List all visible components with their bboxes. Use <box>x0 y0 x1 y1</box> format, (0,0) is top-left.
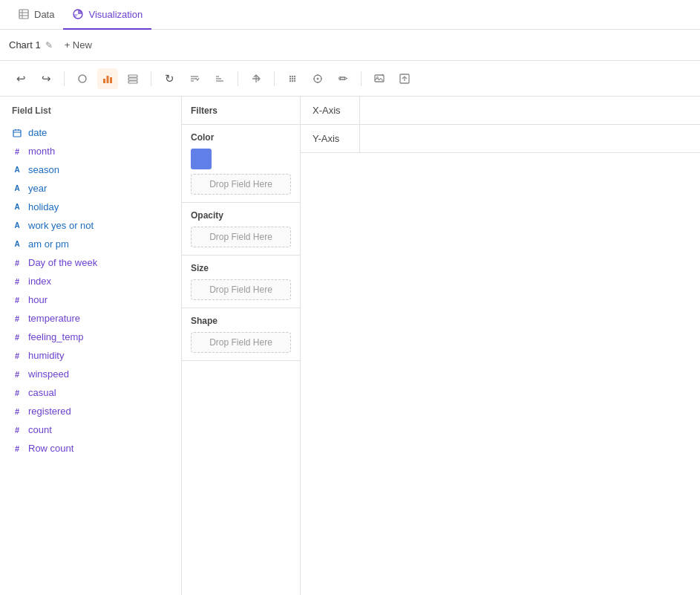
toolbar-divider-1 <box>64 71 65 86</box>
shape-drop-zone[interactable]: Drop Field Here <box>191 332 291 353</box>
tab-data[interactable]: Data <box>9 0 63 30</box>
field-item-humidity[interactable]: # humidity <box>0 346 181 365</box>
svg-point-25 <box>292 79 293 81</box>
field-name-work-yes-no: work yes or not <box>28 220 94 231</box>
field-item-day-of-week[interactable]: # Day of the week <box>0 253 181 272</box>
chart-edit-icon[interactable]: ✎ <box>45 40 53 51</box>
sort-desc-button[interactable] <box>209 68 230 89</box>
field-name-day-of-week: Day of the week <box>28 257 97 268</box>
field-item-registered[interactable]: # registered <box>0 402 181 420</box>
chart-tab-1[interactable]: Chart 1 ✎ <box>9 39 53 51</box>
main-content: Field List date # month A season A year … <box>0 97 700 595</box>
field-name-hour: hour <box>28 294 48 305</box>
x-axis-label: X-Axis <box>301 97 360 124</box>
tab-data-label: Data <box>34 9 54 20</box>
field-item-casual[interactable]: # casual <box>0 383 181 402</box>
svg-rect-10 <box>128 78 137 80</box>
shape-label: Shape <box>191 316 291 326</box>
grid-button[interactable] <box>282 68 303 89</box>
middle-panel: Filters Color Drop Field Here Opacity Dr… <box>182 97 301 595</box>
toolbar-divider-5 <box>361 71 362 86</box>
year-type-icon: A <box>12 184 22 192</box>
field-item-month[interactable]: # month <box>0 142 181 160</box>
field-item-season[interactable]: A season <box>0 160 181 179</box>
field-item-index[interactable]: # index <box>0 272 181 290</box>
field-item-feeling-temp[interactable]: # feeling_temp <box>0 328 181 346</box>
field-name-year: year <box>28 183 47 194</box>
filters-header: Filters <box>182 97 300 125</box>
table-icon <box>18 8 30 20</box>
svg-point-21 <box>290 77 291 79</box>
season-type-icon: A <box>12 166 22 174</box>
field-item-row-count[interactable]: # Row count <box>0 439 181 458</box>
field-name-registered: registered <box>28 406 71 417</box>
svg-point-19 <box>292 75 293 77</box>
field-item-winspeed[interactable]: # winspeed <box>0 365 181 383</box>
refresh-button[interactable]: ↻ <box>159 68 180 89</box>
svg-point-22 <box>292 77 293 79</box>
axes-panel: X-Axis Y-Axis <box>301 97 700 595</box>
svg-rect-9 <box>128 75 137 77</box>
mark-layers-button[interactable] <box>122 68 143 89</box>
field-item-hour[interactable]: # hour <box>0 290 181 309</box>
field-name-am-or-pm: am or pm <box>28 238 69 250</box>
y-axis-label: Y-Axis <box>301 125 360 152</box>
svg-point-23 <box>294 77 295 79</box>
tab-visualization[interactable]: Visualization <box>63 0 151 30</box>
humidity-type-icon: # <box>12 351 22 360</box>
am-pm-type-icon: A <box>12 240 22 248</box>
field-item-work-yes-no[interactable]: A work yes or not <box>0 216 181 235</box>
export-button[interactable] <box>394 68 415 89</box>
toolbar-divider-2 <box>151 71 151 86</box>
svg-point-5 <box>79 75 86 82</box>
size-section: Size Drop Field Here <box>182 256 300 308</box>
date-type-icon <box>12 129 22 137</box>
field-list-panel: Field List date # month A season A year … <box>0 97 182 595</box>
svg-point-18 <box>290 75 291 77</box>
svg-point-20 <box>294 75 295 77</box>
pen-button[interactable]: ✏ <box>333 68 353 89</box>
sort-asc-button[interactable] <box>184 68 205 89</box>
svg-rect-6 <box>103 79 105 83</box>
registered-type-icon: # <box>12 407 22 416</box>
svg-rect-0 <box>19 10 28 19</box>
feeling-temp-type-icon: # <box>12 333 22 342</box>
chart-bar: Chart 1 ✎ + New <box>0 30 700 61</box>
field-item-holiday[interactable]: A holiday <box>0 198 181 216</box>
mark-bar-button[interactable] <box>97 68 118 89</box>
casual-type-icon: # <box>12 388 22 397</box>
field-item-date[interactable]: date <box>0 123 181 142</box>
holiday-type-icon: A <box>12 203 22 211</box>
color-section: Color Drop Field Here <box>182 125 300 203</box>
color-drop-zone[interactable]: Drop Field Here <box>191 174 291 195</box>
undo-button[interactable]: ↩ <box>10 68 31 89</box>
field-item-count[interactable]: # count <box>0 420 181 439</box>
temperature-type-icon: # <box>12 314 22 323</box>
field-name-winspeed: winspeed <box>28 368 69 380</box>
field-item-am-or-pm[interactable]: A am or pm <box>0 235 181 253</box>
image-settings-button[interactable] <box>369 68 390 89</box>
opacity-drop-zone[interactable]: Drop Field Here <box>191 227 291 247</box>
field-item-temperature[interactable]: # temperature <box>0 309 181 328</box>
swap-axes-button[interactable] <box>246 68 266 89</box>
new-chart-button[interactable]: + New <box>59 38 98 52</box>
pointer-button[interactable] <box>307 68 328 89</box>
color-swatch[interactable] <box>191 149 212 169</box>
svg-rect-7 <box>107 76 109 83</box>
field-name-feeling-temp: feeling_temp <box>28 331 83 342</box>
size-drop-zone[interactable]: Drop Field Here <box>191 279 291 300</box>
svg-point-36 <box>382 74 384 76</box>
field-name-casual: casual <box>28 387 56 398</box>
shape-section: Shape Drop Field Here <box>182 308 300 361</box>
row-count-type-icon: # <box>12 444 22 453</box>
redo-button[interactable]: ↪ <box>36 68 56 89</box>
y-axis-drop-area[interactable] <box>360 125 700 152</box>
field-item-year[interactable]: A year <box>0 179 181 198</box>
size-label: Size <box>191 263 291 273</box>
mark-circle-button[interactable] <box>72 68 93 89</box>
toolbar-divider-3 <box>238 71 238 86</box>
x-axis-drop-area[interactable] <box>360 97 700 124</box>
svg-point-26 <box>294 79 295 81</box>
field-name-row-count: Row count <box>28 443 73 454</box>
toolbar-divider-4 <box>274 71 275 86</box>
